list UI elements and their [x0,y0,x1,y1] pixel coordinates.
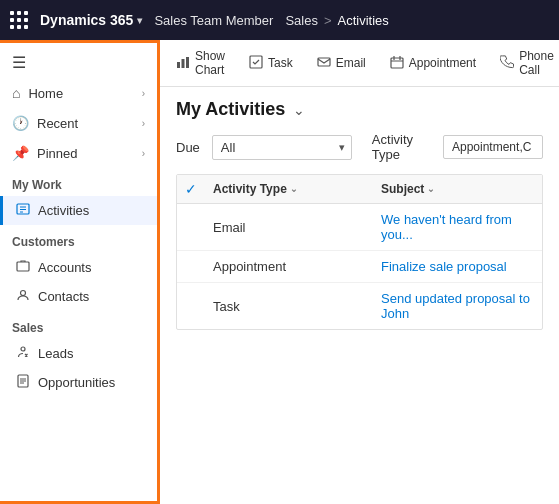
show-chart-button[interactable]: Show Chart [172,46,229,80]
sidebar-recent-label: Recent [37,116,78,131]
activities-table: ✓ Activity Type ⌄ Subject ⌄ Email We hav… [176,174,543,330]
appointment-label: Appointment [409,56,476,70]
breadcrumb-separator: > [324,13,332,28]
chevron-down-icon: › [142,88,145,99]
activity-type-cell: Appointment [213,259,373,274]
col-activity-type[interactable]: Activity Type ⌄ [213,182,373,196]
pin-icon: 📌 [12,145,29,161]
sidebar-item-activities[interactable]: Activities [0,196,157,225]
email-button[interactable]: Email [313,52,370,75]
breadcrumb-sales[interactable]: Sales [285,13,318,28]
show-chart-label: Show Chart [195,49,225,77]
app-logo[interactable]: Dynamics 365 ▾ [40,12,142,28]
table-row: Email We haven't heard from you... [177,204,542,251]
appointment-button[interactable]: Appointment [386,52,480,75]
phone-call-label: Phone Call [519,49,554,77]
toolbar: Show Chart Task Email Appointment [160,40,559,87]
subject-link[interactable]: We haven't heard from you... [381,212,534,242]
recent-icon: 🕐 [12,115,29,131]
sidebar-opportunities-label: Opportunities [38,375,115,390]
due-select[interactable]: All [212,135,352,160]
table-row: Task Send updated proposal to John [177,283,542,329]
task-label: Task [268,56,293,70]
sidebar-item-contacts[interactable]: Contacts [0,282,157,311]
svg-rect-16 [391,58,403,68]
section-customers: Customers [0,225,157,253]
activity-type-cell: Email [213,220,373,235]
sidebar-item-home[interactable]: ⌂ Home › [0,78,157,108]
title-chevron[interactable]: ⌄ [293,102,305,118]
home-icon: ⌂ [12,85,20,101]
accounts-icon [16,259,30,276]
sidebar-item-accounts[interactable]: Accounts [0,253,157,282]
hamburger-icon[interactable]: ☰ [0,43,157,78]
sidebar-item-pinned[interactable]: 📌 Pinned › [0,138,157,168]
logo-chevron: ▾ [137,15,142,26]
page-title: My Activities [176,99,285,120]
sidebar-item-opportunities[interactable]: Opportunities [0,368,157,397]
activity-type-label: Activity Type [372,132,431,162]
col-subject[interactable]: Subject ⌄ [381,182,534,196]
due-label: Due [176,140,200,155]
title-row: My Activities ⌄ [176,99,543,120]
table-row: Appointment Finalize sale proposal [177,251,542,283]
sort-icon: ⌄ [427,184,435,194]
leads-icon [16,345,30,362]
section-sales: Sales [0,311,157,339]
task-button[interactable]: Task [245,52,297,75]
activities-icon [16,202,30,219]
subject-link[interactable]: Send updated proposal to John [381,291,534,321]
task-icon [249,55,263,72]
svg-point-6 [21,347,25,351]
svg-rect-14 [250,56,262,68]
chevron-down-icon: › [142,148,145,159]
phone-call-button[interactable]: Phone Call [496,46,558,80]
breadcrumb: Sales > Activities [285,13,388,28]
sidebar-pinned-label: Pinned [37,146,77,161]
opportunities-icon [16,374,30,391]
sidebar-home-label: Home [28,86,63,101]
email-label: Email [336,56,366,70]
svg-rect-13 [186,57,189,68]
layout: ☰ ⌂ Home › 🕐 Recent › 📌 Pinned › My Work… [0,40,559,504]
sidebar-item-recent[interactable]: 🕐 Recent › [0,108,157,138]
activity-type-cell: Task [213,299,373,314]
logo-text: Dynamics 365 [40,12,133,28]
appointment-icon [390,55,404,72]
subject-link[interactable]: Finalize sale proposal [381,259,534,274]
waffle-icon[interactable] [10,11,28,29]
contacts-icon [16,288,30,305]
chart-icon [176,55,190,72]
phone-icon [500,55,514,72]
sort-icon: ⌄ [290,184,298,194]
sidebar-activities-label: Activities [38,203,89,218]
chevron-down-icon: › [142,118,145,129]
sidebar-item-leads[interactable]: Leads [0,339,157,368]
section-mywork: My Work [0,168,157,196]
content-area: My Activities ⌄ Due All Activity Type Ap… [160,87,559,504]
svg-rect-4 [17,262,29,271]
svg-rect-12 [182,59,185,68]
breadcrumb-current: Activities [338,13,389,28]
activity-type-value[interactable]: Appointment,C [443,135,543,159]
due-select-wrapper[interactable]: All [212,135,352,160]
filters-row: Due All Activity Type Appointment,C [176,132,543,162]
sidebar-contacts-label: Contacts [38,289,89,304]
svg-point-5 [21,291,26,296]
nav-role: Sales Team Member [154,13,273,28]
svg-rect-11 [177,62,180,68]
svg-rect-15 [318,58,330,66]
table-header: ✓ Activity Type ⌄ Subject ⌄ [177,175,542,204]
top-nav: Dynamics 365 ▾ Sales Team Member Sales >… [0,0,559,40]
sidebar: ☰ ⌂ Home › 🕐 Recent › 📌 Pinned › My Work… [0,40,160,504]
sidebar-leads-label: Leads [38,346,73,361]
check-icon: ✓ [185,181,205,197]
main-content: Show Chart Task Email Appointment [160,40,559,504]
sidebar-accounts-label: Accounts [38,260,91,275]
email-icon [317,55,331,72]
